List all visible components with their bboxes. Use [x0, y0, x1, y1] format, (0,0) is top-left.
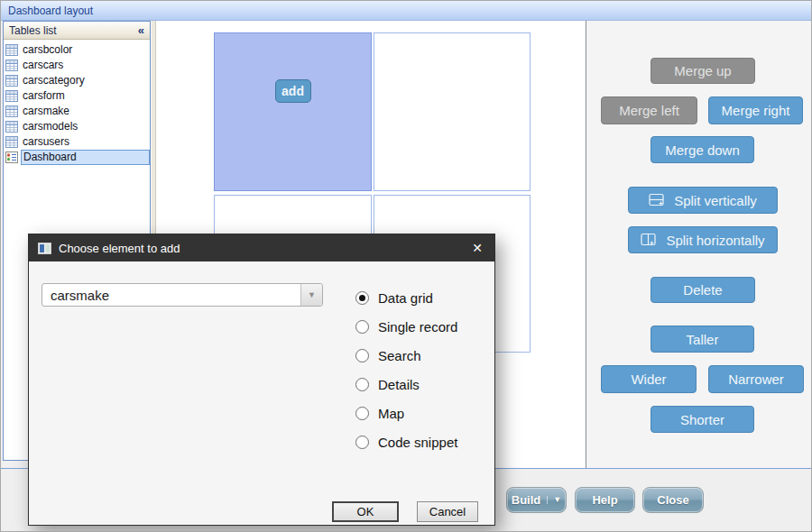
- sidebar-item-carsbcolor[interactable]: carsbcolor: [4, 42, 150, 58]
- table-name: carsusers: [21, 135, 71, 149]
- table-icon: [5, 121, 18, 133]
- radio-circle: [355, 320, 369, 334]
- split-vertically-button[interactable]: Split vertically: [628, 187, 778, 214]
- table-name: carscars: [21, 59, 65, 72]
- table-combobox[interactable]: carsmake ▼: [42, 283, 323, 307]
- merge-up-button[interactable]: Merge up: [651, 58, 755, 84]
- radio-circle: [355, 407, 369, 420]
- merge-up-label: Merge up: [674, 63, 731, 78]
- build-button[interactable]: Build ▼: [506, 487, 567, 513]
- dashboard-icon: [5, 151, 18, 163]
- shorter-button[interactable]: Shorter: [651, 406, 754, 433]
- build-dropdown-caret-icon[interactable]: ▼: [547, 496, 561, 504]
- choose-element-dialog: Choose element to add ✕ carsmake ▼ Data …: [28, 234, 495, 526]
- table-icon: [5, 105, 18, 117]
- table-name: carscategory: [21, 74, 87, 87]
- ok-button[interactable]: OK: [332, 501, 399, 522]
- tables-list: carsbcolor carscars carscategory carsfor…: [4, 40, 150, 165]
- dialog-title: Choose element to add: [59, 242, 469, 255]
- wider-button[interactable]: Wider: [601, 365, 697, 393]
- narrower-label: Narrower: [728, 371, 784, 387]
- close-label: Close: [657, 493, 688, 507]
- split-horizontally-icon: [641, 233, 658, 247]
- taller-label: Taller: [687, 332, 719, 347]
- radio-search[interactable]: Search: [355, 346, 421, 364]
- split-vertically-label: Split vertically: [674, 193, 757, 208]
- split-vertically-icon: [649, 193, 666, 207]
- table-name: carsmake: [21, 105, 71, 118]
- table-icon: [5, 90, 18, 102]
- taller-button[interactable]: Taller: [651, 326, 754, 353]
- sidebar-item-dashboard[interactable]: Dashboard: [4, 150, 150, 165]
- window-titlebar: Dashboard layout: [1, 1, 812, 21]
- radio-map[interactable]: Map: [355, 404, 404, 422]
- dialog-app-icon: [38, 243, 51, 254]
- merge-down-label: Merge down: [665, 142, 740, 158]
- split-horizontally-label: Split horizontally: [666, 233, 764, 248]
- layout-tools-panel: Merge up Merge left Merge right Merge do…: [586, 21, 812, 468]
- radio-circle: [355, 291, 369, 305]
- radio-circle: [355, 436, 369, 449]
- radio-details[interactable]: Details: [355, 375, 420, 393]
- delete-label: Delete: [683, 282, 722, 298]
- combobox-caret-icon[interactable]: ▼: [300, 284, 322, 306]
- table-icon: [5, 75, 18, 87]
- dashboard-item-label: Dashboard: [21, 150, 150, 165]
- table-icon: [5, 136, 18, 148]
- radio-circle: [355, 349, 369, 362]
- dialog-titlebar: Choose element to add ✕: [29, 234, 494, 261]
- app-window: Dashboard layout Tables list « carsbcolo…: [0, 0, 812, 532]
- merge-left-label: Merge left: [619, 103, 679, 118]
- window-title: Dashboard layout: [8, 5, 93, 17]
- dialog-close-icon[interactable]: ✕: [469, 241, 485, 255]
- shorter-label: Shorter: [680, 412, 724, 427]
- radio-label: Details: [378, 377, 420, 392]
- radio-label: Single record: [378, 319, 457, 335]
- table-name: carsform: [21, 89, 67, 103]
- cancel-button[interactable]: Cancel: [417, 501, 478, 522]
- sidebar-item-carscars[interactable]: carscars: [4, 58, 150, 73]
- merge-left-button[interactable]: Merge left: [601, 96, 697, 124]
- sidebar-item-carsmake[interactable]: carsmake: [4, 104, 150, 119]
- wider-label: Wider: [631, 371, 666, 387]
- close-button[interactable]: Close: [642, 487, 704, 513]
- help-label: Help: [592, 493, 617, 507]
- sidebar-item-carscategory[interactable]: carscategory: [4, 73, 150, 88]
- sidebar-item-carsmodels[interactable]: carsmodels: [4, 119, 150, 134]
- collapse-sidebar-icon[interactable]: «: [138, 23, 144, 37]
- merge-right-button[interactable]: Merge right: [708, 96, 803, 124]
- tables-list-title: Tables list: [9, 24, 57, 37]
- combobox-value: carsmake: [42, 288, 300, 303]
- merge-down-button[interactable]: Merge down: [651, 136, 754, 163]
- radio-data-grid[interactable]: Data grid: [355, 289, 433, 307]
- radio-label: Search: [378, 348, 421, 363]
- narrower-button[interactable]: Narrower: [708, 365, 804, 393]
- radio-label: Data grid: [378, 290, 433, 306]
- delete-button[interactable]: Delete: [651, 277, 755, 303]
- split-horizontally-button[interactable]: Split horizontally: [628, 226, 778, 253]
- table-name: carsbcolor: [21, 43, 74, 57]
- help-button[interactable]: Help: [575, 487, 635, 513]
- radio-code-snippet[interactable]: Code snippet: [355, 433, 457, 451]
- sidebar-item-carsform[interactable]: carsform: [4, 88, 150, 104]
- add-button[interactable]: add: [275, 79, 311, 103]
- radio-circle: [355, 378, 369, 391]
- radio-label: Code snippet: [378, 435, 457, 450]
- radio-label: Map: [378, 406, 404, 421]
- table-icon: [5, 60, 18, 71]
- build-label: Build: [512, 493, 541, 507]
- merge-right-label: Merge right: [722, 103, 790, 118]
- grid-cell-top-right[interactable]: [374, 32, 531, 191]
- grid-cell-selected[interactable]: add: [214, 32, 372, 191]
- radio-single-record[interactable]: Single record: [355, 317, 457, 335]
- tables-list-header: Tables list «: [4, 22, 150, 40]
- table-name: carsmodels: [21, 120, 79, 133]
- sidebar-item-carsusers[interactable]: carsusers: [4, 134, 150, 150]
- table-icon: [5, 44, 18, 56]
